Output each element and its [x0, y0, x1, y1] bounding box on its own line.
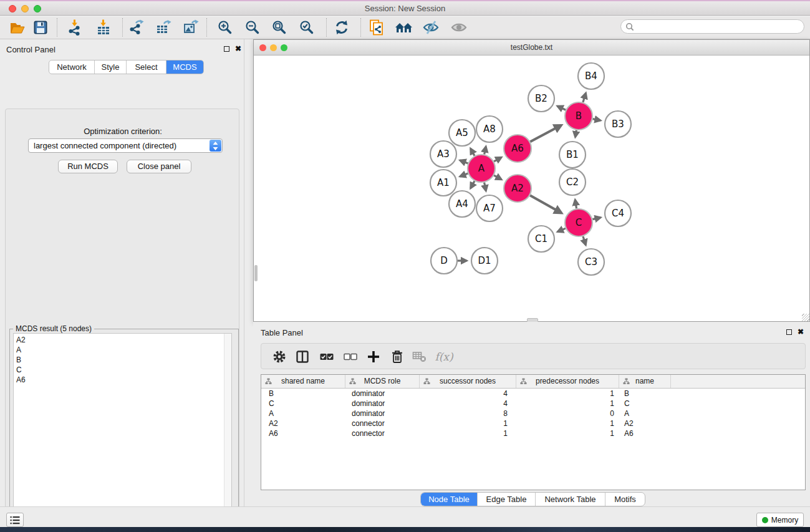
- add-column-icon[interactable]: [364, 347, 383, 367]
- tab-style[interactable]: Style: [94, 60, 126, 74]
- import-network-icon[interactable]: [64, 17, 86, 37]
- mcds-result-list[interactable]: A2ABCA6: [13, 333, 232, 531]
- open-file-icon[interactable]: [6, 17, 29, 37]
- optimization-criterion-select[interactable]: largest connected component (directed): [28, 138, 223, 153]
- graph-node-label: A6: [511, 143, 524, 154]
- mcds-result-item[interactable]: A2: [14, 335, 231, 345]
- delete-table-icon[interactable]: [410, 347, 430, 367]
- table-close-icon[interactable]: ✖: [798, 328, 804, 336]
- table-row[interactable]: Bdominator41B: [261, 389, 805, 399]
- graph-edge-B-B2[interactable]: [557, 106, 566, 110]
- zoom-fit-icon[interactable]: [268, 17, 291, 37]
- tab-node-table[interactable]: Node Table: [421, 493, 477, 506]
- graph-edge-A-A3[interactable]: [460, 160, 468, 163]
- table-row[interactable]: A2connector11A2: [261, 418, 805, 428]
- session-network-icon[interactable]: [365, 17, 388, 37]
- tab-network[interactable]: Network: [49, 60, 94, 74]
- table-row[interactable]: Adominator80A: [261, 409, 805, 418]
- graph-edge-B-B1[interactable]: [576, 130, 577, 137]
- graph-edge-A-A6[interactable]: [494, 157, 501, 162]
- column-header-successor-nodes[interactable]: successor nodes: [420, 375, 516, 388]
- table-cell: 1: [516, 399, 619, 409]
- network-graph[interactable]: B4B2BB3A8A5A6A3B1AA1C2A2A4A7C4CC1C3DD1: [254, 56, 809, 318]
- network-vertical-scrollbar[interactable]: [254, 265, 258, 281]
- mcds-result-item[interactable]: A: [14, 345, 231, 355]
- zoom-selected-icon[interactable]: [296, 17, 318, 37]
- refresh-icon[interactable]: [330, 17, 353, 37]
- graph-node-label: A8: [483, 123, 496, 135]
- close-panel-icon[interactable]: ✖: [235, 45, 241, 52]
- zoom-window-button[interactable]: [34, 5, 41, 12]
- mcds-result-item[interactable]: B: [14, 355, 231, 365]
- memory-button[interactable]: Memory: [756, 513, 804, 527]
- import-table-icon[interactable]: [92, 17, 115, 37]
- graph-edge-C-C2[interactable]: [575, 200, 576, 208]
- run-mcds-button[interactable]: Run MCDS: [58, 160, 118, 173]
- graph-edge-C-C4[interactable]: [592, 218, 600, 220]
- close-panel-button[interactable]: Close panel: [127, 160, 191, 173]
- export-table-icon[interactable]: [152, 17, 175, 37]
- network-view-window: testGlobe.txt B4B2BB3A8A5A6A3B1AA1C2A2A4…: [253, 39, 810, 322]
- table-float-icon[interactable]: [786, 329, 792, 335]
- graph-edge-A-A2[interactable]: [494, 175, 501, 180]
- close-window-button[interactable]: [9, 5, 16, 12]
- graph-edge-A-A8[interactable]: [485, 147, 486, 154]
- hide-details-eye-icon[interactable]: [420, 17, 442, 37]
- zoom-in-icon[interactable]: [214, 17, 236, 37]
- network-canvas[interactable]: B4B2BB3A8A5A6A3B1AA1C2A2A4A7C4CC1C3DD1: [254, 56, 809, 318]
- node-table[interactable]: shared nameMCDS rolesuccessor nodesprede…: [261, 374, 806, 490]
- tab-select[interactable]: Select: [126, 60, 166, 74]
- tab-motifs[interactable]: Motifs: [605, 493, 645, 506]
- network-window-titlebar[interactable]: testGlobe.txt: [254, 40, 809, 56]
- graph-edge-A6-B[interactable]: [530, 125, 561, 142]
- optimization-criterion-label: Optimization criterion:: [6, 127, 240, 136]
- network-close-button[interactable]: [259, 44, 266, 51]
- graph-edge-A-A4[interactable]: [471, 181, 475, 188]
- tab-mcds[interactable]: MCDS: [166, 60, 203, 74]
- mcds-result-item[interactable]: C: [14, 365, 231, 375]
- deselect-all-checks-icon[interactable]: [340, 347, 360, 367]
- search-icon: [625, 22, 634, 31]
- settings-gear-icon[interactable]: [269, 347, 289, 367]
- graph-edge-A-A7[interactable]: [485, 183, 486, 191]
- column-header-MCDS-role[interactable]: MCDS role: [345, 375, 420, 388]
- export-network-icon[interactable]: [125, 17, 147, 37]
- graph-edge-C-C3[interactable]: [583, 236, 586, 245]
- export-image-icon[interactable]: [180, 17, 202, 37]
- graph-edge-A-A5[interactable]: [471, 148, 475, 156]
- search-box[interactable]: [620, 19, 804, 34]
- column-header-predecessor-nodes[interactable]: predecessor nodes: [516, 375, 619, 388]
- table-cell: A6: [261, 428, 345, 438]
- zoom-out-icon[interactable]: [241, 17, 264, 37]
- column-header-shared-name[interactable]: shared name: [261, 375, 345, 388]
- table-row[interactable]: A6connector11A6: [261, 428, 805, 438]
- table-cell: 1: [420, 418, 516, 428]
- result-list-scrollbar[interactable]: [224, 334, 231, 531]
- tab-network-table[interactable]: Network Table: [535, 493, 605, 506]
- delete-column-trash-icon[interactable]: [387, 347, 407, 367]
- show-details-eye-icon[interactable]: [448, 17, 470, 37]
- mcds-result-item[interactable]: A6: [14, 375, 231, 385]
- show-panels-button[interactable]: [6, 513, 24, 527]
- mcds-result-items: A2ABCA6: [14, 334, 231, 385]
- graph-edge-B-B4[interactable]: [583, 93, 586, 102]
- search-input[interactable]: [634, 22, 799, 32]
- save-session-icon[interactable]: [29, 17, 52, 37]
- columns-icon[interactable]: [292, 347, 312, 367]
- home-networks-icon[interactable]: [393, 17, 415, 37]
- graph-edge-C-C1[interactable]: [557, 228, 566, 231]
- minimize-window-button[interactable]: [21, 5, 29, 12]
- graph-edge-A-A1[interactable]: [460, 173, 468, 177]
- graph-edge-B-B3[interactable]: [593, 119, 600, 121]
- graph-edge-A2-C[interactable]: [530, 195, 561, 213]
- select-all-checks-icon[interactable]: [317, 347, 337, 367]
- tab-edge-table[interactable]: Edge Table: [477, 493, 535, 506]
- table-cell: dominator: [345, 399, 420, 409]
- table-row[interactable]: Cdominator41C: [261, 399, 805, 409]
- window-resize-grip[interactable]: [802, 314, 809, 321]
- float-panel-icon[interactable]: [224, 46, 229, 52]
- table-cell: 0: [516, 409, 619, 418]
- column-header-name[interactable]: name: [619, 375, 671, 388]
- network-minimize-button[interactable]: [270, 44, 277, 51]
- network-zoom-button[interactable]: [281, 44, 287, 51]
